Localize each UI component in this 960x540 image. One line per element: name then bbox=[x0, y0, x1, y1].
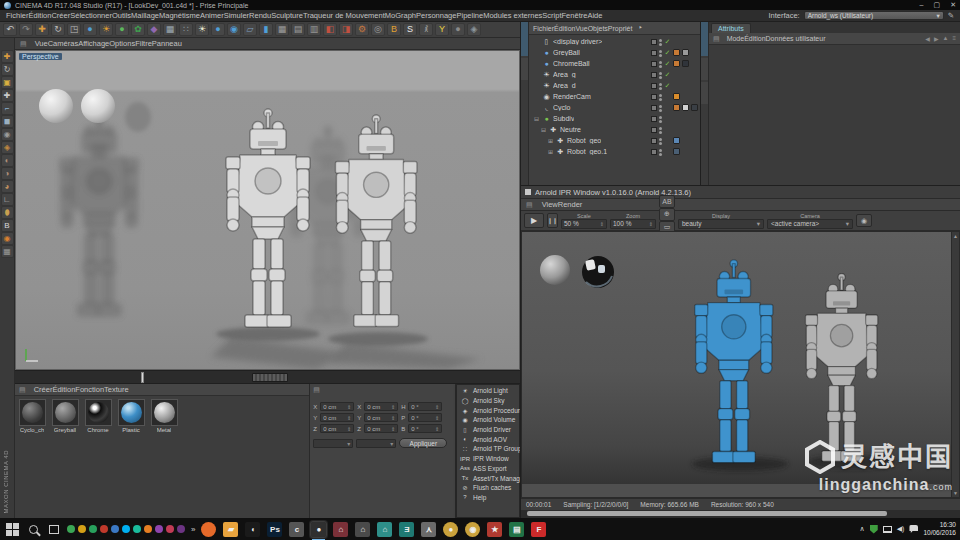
enable-checkbox[interactable] bbox=[651, 61, 657, 67]
tray-app-icon[interactable] bbox=[144, 525, 152, 533]
viewport-menu-item[interactable]: Vue bbox=[35, 39, 48, 48]
material-thumbnail[interactable] bbox=[19, 399, 46, 426]
material-b-icon[interactable]: B bbox=[387, 23, 401, 36]
viewport-label[interactable]: Perspective bbox=[19, 53, 62, 60]
excel-icon[interactable]: ▤ bbox=[509, 522, 524, 537]
timeline-playhead[interactable] bbox=[141, 372, 144, 383]
visibility-dots[interactable] bbox=[659, 82, 662, 90]
visibility-dots[interactable] bbox=[659, 115, 662, 123]
enable-checkbox[interactable] bbox=[651, 116, 657, 122]
particles-icon[interactable]: ∷ bbox=[179, 23, 193, 36]
material-item[interactable]: Plastic bbox=[116, 399, 146, 433]
cube-icon[interactable]: ◼ bbox=[1, 115, 14, 128]
panel-grid-icon[interactable]: ▤ bbox=[20, 40, 27, 48]
snap-icon[interactable]: ◈ bbox=[467, 23, 481, 36]
object-tree-row[interactable]: ⊟ ● Subdiv bbox=[529, 113, 700, 124]
panel-grid-icon[interactable]: ▤ bbox=[313, 386, 320, 393]
object-manager-menu-item[interactable]: Objets bbox=[588, 25, 608, 32]
material-item[interactable]: Cyclo_ch bbox=[17, 399, 47, 433]
material-thumbnail[interactable] bbox=[118, 399, 145, 426]
expand-icon[interactable]: ⊞ bbox=[547, 148, 554, 155]
enable-checkbox[interactable] bbox=[651, 127, 657, 133]
object-tree-row[interactable]: ⊞ ✚ Robot_geo.1 bbox=[529, 146, 700, 157]
material-menu-item[interactable]: Édition bbox=[52, 385, 75, 394]
ipr-pause-button[interactable]: ❙❙ bbox=[547, 213, 558, 228]
object-tree-row[interactable]: ⊞ ✚ Robot_geo bbox=[529, 135, 700, 146]
maximize-button[interactable]: ▢ bbox=[934, 1, 941, 9]
snapshot-camera-icon[interactable]: ◉ bbox=[856, 214, 872, 227]
menu-item[interactable]: Simuler bbox=[224, 11, 249, 20]
zoom-field[interactable]: 100 %⇕ bbox=[610, 219, 656, 229]
material-menu-item[interactable]: Créer bbox=[34, 385, 53, 394]
object-tree-row[interactable]: ▯ <display driver> ✓ bbox=[529, 36, 700, 47]
tray-app-icon[interactable] bbox=[177, 525, 185, 533]
object-tree-row[interactable]: ⊟ ✚ Neutre bbox=[529, 124, 700, 135]
menu-item[interactable]: Magnétisme bbox=[159, 11, 200, 20]
visibility-dots[interactable] bbox=[659, 137, 662, 145]
mograph-icon[interactable]: ◆ bbox=[147, 23, 161, 36]
visibility-dots[interactable] bbox=[659, 38, 662, 46]
object-tree-row[interactable]: ◉ RenderCam bbox=[529, 91, 700, 102]
volume-icon[interactable]: ◀) bbox=[897, 525, 905, 533]
camera-select[interactable]: <active camera>▾ bbox=[767, 219, 853, 229]
edit-layout-icon[interactable]: ✎ bbox=[948, 11, 954, 20]
menu-item[interactable]: Édition bbox=[29, 11, 52, 20]
sync-app-icon[interactable]: c bbox=[289, 522, 304, 537]
firefox-icon[interactable] bbox=[201, 522, 216, 537]
panel-grid-icon[interactable]: ▤ bbox=[526, 201, 533, 209]
visibility-dots[interactable] bbox=[659, 60, 662, 68]
arnold-menu-item[interactable]: ▯ Arnold Driver bbox=[457, 425, 519, 435]
brush-2-icon[interactable]: ◑ bbox=[1, 167, 14, 180]
object-tree-row[interactable]: ☀ Area_g ✓ bbox=[529, 69, 700, 80]
redo-icon[interactable]: ↷ bbox=[19, 23, 33, 36]
enable-checkbox[interactable] bbox=[651, 94, 657, 100]
tag-chip[interactable] bbox=[682, 49, 689, 56]
flipboard-icon[interactable]: F bbox=[531, 522, 546, 537]
task-view-icon[interactable] bbox=[49, 525, 59, 534]
scrollbar-handle[interactable] bbox=[527, 511, 887, 516]
tray-expand-icon[interactable]: ∧ bbox=[860, 525, 865, 533]
checker-icon[interactable]: ▦ bbox=[1, 245, 14, 258]
tray-app-icon[interactable] bbox=[78, 525, 86, 533]
panel-grid-icon[interactable]: ▤ bbox=[19, 386, 26, 394]
history-nav-icon[interactable]: ▶ bbox=[934, 35, 939, 42]
arnold-menu-item[interactable]: ◐ Arnold AOV bbox=[457, 434, 519, 444]
undo-icon[interactable]: ↶ bbox=[3, 23, 17, 36]
menu-item[interactable]: Maillage bbox=[131, 11, 159, 20]
enable-checkbox[interactable] bbox=[651, 149, 657, 155]
render-settings-icon[interactable]: ⚙ bbox=[355, 23, 369, 36]
arnold-menu-item[interactable]: ◉ Arnold Volume bbox=[457, 415, 519, 425]
tag-chip[interactable] bbox=[682, 60, 689, 67]
scale-tool-icon[interactable]: ◳ bbox=[67, 23, 81, 36]
viewport-menu-item[interactable]: Affichage bbox=[78, 39, 109, 48]
menu-item[interactable]: Pipeline bbox=[456, 11, 483, 20]
tag-chip[interactable] bbox=[673, 104, 680, 111]
stepper-icon[interactable]: ⇕ bbox=[347, 404, 351, 410]
object-manager-menu-item[interactable]: Propriét bbox=[608, 25, 633, 32]
media-app-icon[interactable]: ◖ bbox=[245, 522, 260, 537]
grid-1-icon[interactable]: ▦ bbox=[275, 23, 289, 36]
b-icon[interactable]: B bbox=[1, 219, 14, 232]
arnold-menu-item[interactable]: IPR IPR Window bbox=[457, 454, 519, 464]
perspective-viewport[interactable]: Perspective bbox=[15, 50, 520, 370]
tag-chip[interactable] bbox=[682, 104, 689, 111]
render-region-icon[interactable]: ◨ bbox=[339, 23, 353, 36]
arnold-menu-item[interactable]: Tx Asset/Tx Manager bbox=[457, 473, 519, 483]
size-field[interactable]: 0 cm⇕ bbox=[364, 402, 398, 411]
stepper-icon[interactable]: ⇕ bbox=[391, 426, 395, 432]
object-tree-row[interactable]: ● ChromeBall ✓ bbox=[529, 58, 700, 69]
history-nav-icon[interactable]: ≡ bbox=[952, 35, 956, 42]
history-nav-icon[interactable]: ◀ bbox=[925, 35, 930, 42]
rotation-field[interactable]: 0 °⇕ bbox=[408, 402, 442, 411]
timeline-handle[interactable] bbox=[252, 373, 288, 382]
stepper-icon[interactable]: ⇕ bbox=[600, 221, 604, 227]
material-menu-item[interactable]: Fonction bbox=[75, 385, 104, 394]
stepper-icon[interactable]: ⇕ bbox=[435, 426, 439, 432]
search-icon[interactable] bbox=[29, 525, 38, 534]
arnold-menu-item[interactable]: ∷ Arnold TP Group bbox=[457, 444, 519, 454]
stepper-icon[interactable]: ⇕ bbox=[347, 415, 351, 421]
enable-checkbox[interactable] bbox=[651, 72, 657, 78]
rotate-icon[interactable]: ↻ bbox=[1, 63, 14, 76]
creative-app-1-icon[interactable]: ⌂ bbox=[333, 522, 348, 537]
folder-icon[interactable]: ▰ bbox=[223, 522, 238, 537]
